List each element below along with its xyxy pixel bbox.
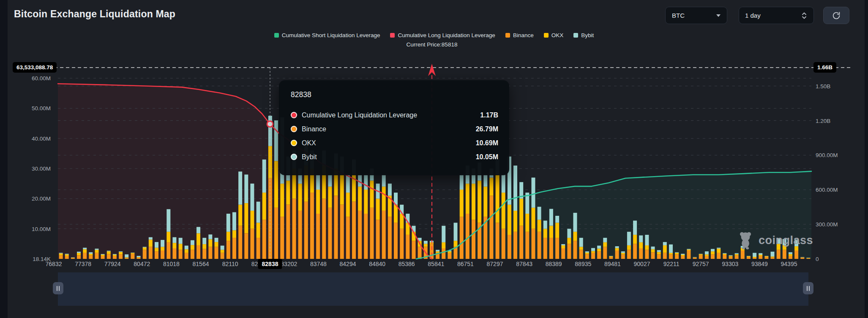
legend-item[interactable]: Cumulative Long Liquidation Leverage [390, 32, 495, 38]
x-axis-label: 84294 [340, 261, 356, 267]
legend-item[interactable]: Bybit [573, 32, 594, 38]
x-axis-hover-badge: 82838 [258, 259, 282, 269]
x-axis-label: 88389 [546, 261, 562, 267]
x-axis-label: 86751 [457, 261, 474, 267]
legend-swatch-icon [390, 33, 395, 38]
x-axis-label: 84840 [369, 261, 385, 267]
x-axis-label: 87297 [487, 261, 503, 267]
long-leverage-dot-icon [291, 112, 297, 118]
legend-label: Binance [513, 32, 534, 38]
x-axis: 7683277378779248047281018815648211082656… [0, 261, 868, 271]
right-axis-label: 900.00M [816, 152, 838, 158]
right-axis-label: 600.00M [816, 187, 838, 193]
legend-swatch-icon [274, 33, 279, 38]
chevron-down-icon [716, 14, 721, 17]
x-axis-label: 85386 [399, 261, 415, 267]
legend-item[interactable]: Cumulative Short Liquidation Leverage [274, 32, 380, 38]
x-axis-label: 83202 [281, 261, 297, 267]
interval-select-value: 1 day [745, 12, 761, 19]
x-axis-label: 82110 [222, 261, 238, 267]
tooltip-row-label: Binance [302, 125, 326, 133]
page-title: Bitcoin Exchange Liquidation Map [14, 8, 175, 20]
legend-label: Bybit [581, 32, 594, 38]
x-axis-label: 81564 [193, 261, 209, 267]
binance-dot-icon [291, 126, 297, 132]
x-axis-label: 93303 [722, 261, 738, 267]
tooltip-row-value: 10.69M [476, 139, 498, 147]
legend-label: Cumulative Short Liquidation Leverage [282, 32, 380, 38]
chart-tooltip: 82838 Cumulative Long Liquidation Levera… [279, 80, 509, 175]
tooltip-row: Bybit 10.05M [291, 150, 498, 164]
tooltip-row-label: Bybit [302, 153, 317, 161]
left-axis-label: 40.00M [32, 135, 51, 141]
unfold-icon [801, 11, 808, 20]
legend-swatch-icon [544, 33, 549, 38]
tooltip-row: OKX 10.69M [291, 136, 498, 150]
x-axis-label: 81018 [163, 261, 180, 267]
tooltip-title: 82838 [291, 90, 311, 99]
interval-select[interactable]: 1 day [739, 7, 814, 24]
x-axis-label: 83748 [310, 261, 327, 267]
navigator-left-handle[interactable] [53, 282, 63, 294]
navigator-right-handle[interactable] [803, 282, 813, 294]
x-axis-label: 94395 [781, 261, 797, 267]
watermark-text: coinglass [759, 234, 813, 247]
legend-label: Cumulative Long Liquidation Leverage [398, 32, 495, 38]
tooltip-row-label: OKX [302, 139, 316, 147]
x-axis-label: 77924 [104, 261, 121, 267]
legend-item[interactable]: Binance [505, 32, 534, 38]
x-axis-label: 93849 [751, 261, 768, 267]
x-axis-label: 92757 [693, 261, 709, 267]
coinglass-watermark: coinglass [736, 230, 813, 250]
current-price-label: Current Price:85818 [407, 41, 458, 48]
tooltip-row-value: 10.05M [476, 153, 498, 161]
refresh-icon [832, 11, 841, 20]
left-axis-label: 50.00M [32, 105, 51, 111]
symbol-select-value: BTC [672, 12, 685, 19]
right-axis-max-badge: 1.66B [813, 62, 836, 73]
chart-legend: Cumulative Short Liquidation LeverageCum… [0, 32, 868, 38]
symbol-select[interactable]: BTC [665, 7, 727, 24]
x-axis-label: 90027 [634, 261, 650, 267]
right-axis-label: 1.50B [816, 83, 830, 89]
left-axis-label: 20.00M [32, 196, 51, 202]
x-axis-label: 76832 [46, 261, 62, 267]
legend-label: OKX [551, 32, 564, 38]
left-axis-label: 60.00M [32, 75, 51, 82]
tooltip-row-value: 1.17B [480, 111, 498, 119]
x-axis-label: 85841 [428, 261, 444, 267]
x-axis-label: 89481 [604, 261, 621, 267]
right-axis-label: 300.00M [816, 221, 838, 228]
legend-swatch-icon [573, 33, 578, 38]
right-axis-label: 1.20B [816, 117, 830, 124]
left-axis-label: 30.00M [32, 166, 51, 172]
x-axis-label: 77378 [75, 261, 91, 267]
tooltip-row: Cumulative Long Liquidation Leverage 1.1… [291, 108, 498, 122]
legend-item[interactable]: OKX [544, 32, 564, 38]
legend-swatch-icon [505, 33, 510, 38]
okx-dot-icon [291, 140, 297, 146]
coinglass-mascot-icon [736, 230, 755, 250]
x-axis-label: 80472 [134, 261, 150, 267]
x-axis-label: 88935 [575, 261, 591, 267]
x-axis-label: 87843 [516, 261, 532, 267]
navigator-scrollbar[interactable] [58, 272, 808, 306]
bybit-dot-icon [291, 154, 297, 160]
left-axis-max-badge: 63,533,088.78 [13, 62, 57, 73]
left-axis-label: 10.00M [32, 226, 51, 232]
tooltip-row-value: 26.79M [476, 125, 498, 133]
x-axis-label: 92211 [663, 261, 680, 267]
tooltip-row-label: Cumulative Long Liquidation Leverage [302, 111, 417, 119]
tooltip-row: Binance 26.79M [291, 122, 498, 136]
refresh-button[interactable] [823, 7, 849, 24]
